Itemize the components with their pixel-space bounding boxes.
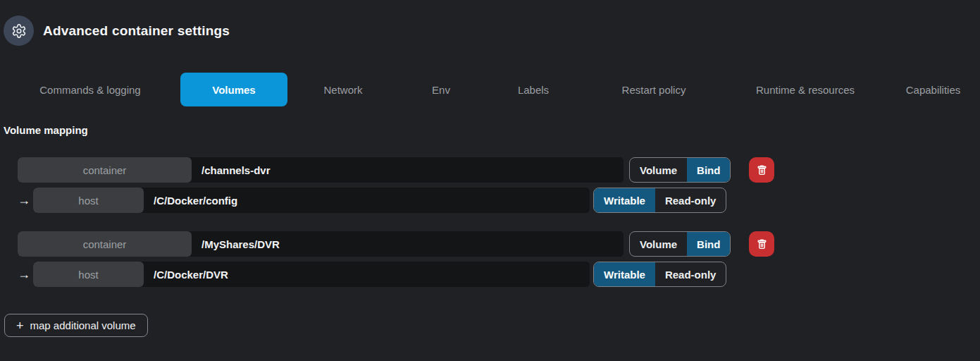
container-input-group: container <box>18 157 624 183</box>
volume-option[interactable]: Volume <box>630 232 687 256</box>
page-title: Advanced container settings <box>43 23 230 39</box>
arrow-right-icon: → <box>18 188 33 213</box>
trash-icon <box>756 238 768 250</box>
trash-icon <box>756 164 768 176</box>
writable-option[interactable]: Writable <box>594 188 655 212</box>
container-path-input[interactable] <box>192 157 624 183</box>
volume-mappings-list: container Volume Bind → host <box>0 157 980 287</box>
header: Advanced container settings <box>4 16 980 46</box>
tab-capabilities[interactable]: Capabilities <box>886 73 980 106</box>
tab-commands-logging[interactable]: Commands & logging <box>0 73 180 106</box>
gear-icon <box>11 23 27 39</box>
tab-env[interactable]: Env <box>399 73 483 106</box>
volume-bind-toggle: Volume Bind <box>629 157 731 183</box>
tab-restart-policy[interactable]: Restart policy <box>583 73 724 106</box>
host-input-group: host <box>33 262 590 287</box>
host-addon-label: host <box>33 188 144 213</box>
tab-network[interactable]: Network <box>287 73 399 106</box>
host-path-input[interactable] <box>144 262 590 287</box>
host-row: → host Writable Read-only <box>18 262 980 287</box>
arrow-right-icon: → <box>18 262 33 287</box>
readonly-option[interactable]: Read-only <box>655 262 726 286</box>
volume-mapping-row: container Volume Bind → host <box>0 231 980 287</box>
host-path-input[interactable] <box>144 188 590 213</box>
host-addon-label: host <box>33 262 144 287</box>
gear-badge <box>4 16 34 46</box>
container-input-group: container <box>18 231 624 257</box>
writable-readonly-toggle: Writable Read-only <box>593 262 726 287</box>
section-heading-volume-mapping: Volume mapping <box>4 124 980 136</box>
tab-bar: Commands & logging Volumes Network Env L… <box>0 73 980 106</box>
bind-option[interactable]: Bind <box>687 232 730 256</box>
map-additional-volume-button[interactable]: + map additional volume <box>4 314 148 337</box>
volume-option[interactable]: Volume <box>630 158 687 182</box>
readonly-option[interactable]: Read-only <box>655 188 726 212</box>
container-addon-label: container <box>18 157 192 183</box>
writable-readonly-toggle: Writable Read-only <box>593 188 726 213</box>
volume-mapping-row: container Volume Bind → host <box>0 157 980 213</box>
tab-labels[interactable]: Labels <box>483 73 583 106</box>
container-path-input[interactable] <box>192 231 624 257</box>
bind-option[interactable]: Bind <box>687 158 730 182</box>
map-additional-volume-label: map additional volume <box>30 319 136 331</box>
tab-volumes[interactable]: Volumes <box>180 73 287 106</box>
host-row: → host Writable Read-only <box>18 188 980 213</box>
container-row: container Volume Bind <box>18 231 980 257</box>
writable-option[interactable]: Writable <box>594 262 655 286</box>
tab-runtime-resources[interactable]: Runtime & resources <box>724 73 886 106</box>
host-input-group: host <box>33 188 590 213</box>
container-addon-label: container <box>18 231 192 257</box>
plus-icon: + <box>16 319 24 332</box>
delete-volume-button[interactable] <box>749 157 774 183</box>
volume-bind-toggle: Volume Bind <box>629 231 731 257</box>
container-row: container Volume Bind <box>18 157 980 183</box>
delete-volume-button[interactable] <box>749 231 774 257</box>
